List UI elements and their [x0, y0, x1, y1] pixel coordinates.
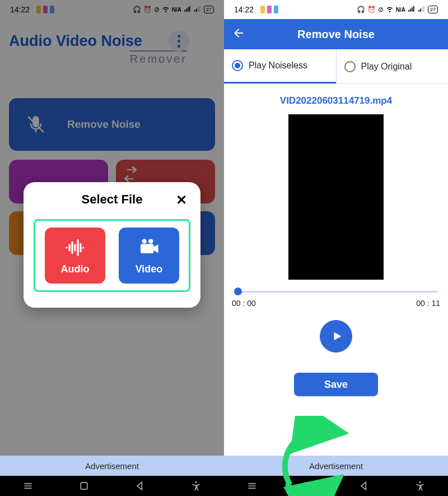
app-bar: Remove Noise	[224, 19, 448, 49]
accessibility-button[interactable]	[190, 480, 202, 492]
system-nav-bar	[224, 476, 448, 496]
battery-indicator: 27	[428, 6, 438, 13]
play-icon	[331, 330, 343, 342]
signal-icon	[184, 5, 192, 15]
ad-label: Advertisement	[85, 461, 139, 471]
audio-wave-icon	[64, 237, 86, 259]
alarm-icon: ⏰	[143, 6, 152, 13]
filename-label: VID20220603114719.mp4	[280, 95, 392, 106]
status-app-indicator	[260, 6, 278, 13]
radio-unselected-icon	[344, 61, 356, 72]
play-button[interactable]	[320, 320, 352, 353]
remove-noise-button[interactable]: Remove Noise	[9, 98, 215, 151]
select-audio-button[interactable]: Audio	[45, 228, 105, 284]
headphones-icon: 🎧	[133, 6, 141, 13]
svg-point-2	[142, 239, 147, 243]
system-nav-bar	[0, 476, 224, 496]
status-bar: 14:22 🎧 ⏰ ⊘ N/A 27	[224, 0, 448, 19]
phone-right: 14:22 🎧 ⏰ ⊘ N/A 27	[224, 0, 448, 496]
data-icon: N/A	[172, 7, 181, 13]
app-subtitle: Remover	[130, 50, 187, 66]
tab-noiseless-label: Play Noiseless	[249, 60, 307, 71]
convert-icon	[123, 166, 138, 182]
kebab-icon	[178, 35, 180, 48]
svg-rect-5	[305, 483, 311, 489]
headphones-icon: 🎧	[357, 6, 365, 13]
time-total: 00 : 11	[416, 299, 440, 308]
seek-track	[234, 291, 438, 293]
back-button[interactable]	[358, 480, 370, 492]
select-file-modal: Select File ✕ Audio	[24, 182, 200, 308]
audio-label: Audio	[61, 263, 90, 275]
back-button[interactable]	[134, 480, 146, 492]
seek-thumb[interactable]	[234, 288, 242, 295]
save-label: Save	[324, 379, 348, 391]
dnd-icon: ⊘	[378, 6, 384, 13]
seek-bar[interactable]	[232, 286, 440, 296]
battery-indicator: 27	[204, 6, 214, 13]
video-preview[interactable]	[288, 114, 384, 280]
overflow-menu-button[interactable]	[168, 30, 189, 52]
save-button[interactable]: Save	[294, 373, 378, 396]
signal-icon	[408, 5, 416, 15]
recents-button[interactable]	[22, 480, 34, 492]
wifi-icon	[386, 5, 394, 15]
time-labels: 00 : 00 00 : 11	[232, 299, 440, 308]
tab-original-label: Play Original	[361, 62, 412, 72]
time-current: 00 : 00	[232, 299, 256, 308]
dnd-icon: ⊘	[154, 6, 160, 13]
radio-selected-icon	[232, 60, 243, 71]
svg-rect-0	[81, 483, 87, 489]
status-bar: 14:22 🎧 ⏰ ⊘ N/A 27	[0, 0, 224, 19]
mic-muted-icon	[25, 113, 47, 136]
phone-left: 14:22 🎧 ⏰ ⊘ N/A 27 Audio V	[0, 0, 224, 496]
svg-point-1	[195, 481, 197, 483]
select-video-button[interactable]: Video	[119, 228, 179, 284]
signal2-icon	[418, 5, 426, 15]
tab-play-original[interactable]: Play Original	[336, 49, 449, 84]
ad-banner[interactable]: Advertisement	[0, 456, 224, 476]
arrow-left-icon	[232, 26, 245, 40]
remove-noise-label: Remove Noise	[67, 118, 141, 131]
recents-button[interactable]	[246, 480, 258, 492]
home-button[interactable]	[78, 480, 90, 492]
ad-banner[interactable]: Advertisement	[224, 456, 448, 476]
data-icon: N/A	[396, 7, 405, 13]
file-type-group: Audio Video	[34, 219, 190, 292]
accessibility-button[interactable]	[414, 480, 426, 492]
home-button[interactable]	[302, 480, 314, 492]
status-app-indicator	[36, 6, 54, 13]
back-arrow-button[interactable]	[232, 26, 252, 43]
playback-tabs: Play Noiseless Play Original	[224, 49, 448, 84]
close-button[interactable]: ✕	[176, 192, 187, 208]
player-area: VID20220603114719.mp4 00 : 00 00 : 11 Sa…	[224, 84, 448, 456]
appbar-title: Remove Noise	[252, 28, 420, 41]
modal-title: Select File	[82, 192, 143, 207]
wifi-icon	[162, 5, 170, 15]
close-icon: ✕	[176, 192, 187, 207]
status-time: 14:22	[234, 5, 254, 14]
status-time: 14:22	[10, 5, 30, 14]
svg-point-3	[148, 239, 153, 243]
app-title: Audio Video Noise	[9, 33, 142, 50]
ad-label: Advertisement	[309, 461, 363, 471]
svg-rect-4	[141, 244, 153, 253]
signal2-icon	[194, 5, 202, 15]
video-camera-icon	[138, 237, 160, 259]
video-label: Video	[136, 263, 163, 275]
svg-point-6	[419, 481, 421, 483]
tab-play-noiseless[interactable]: Play Noiseless	[224, 49, 336, 84]
alarm-icon: ⏰	[367, 6, 376, 13]
